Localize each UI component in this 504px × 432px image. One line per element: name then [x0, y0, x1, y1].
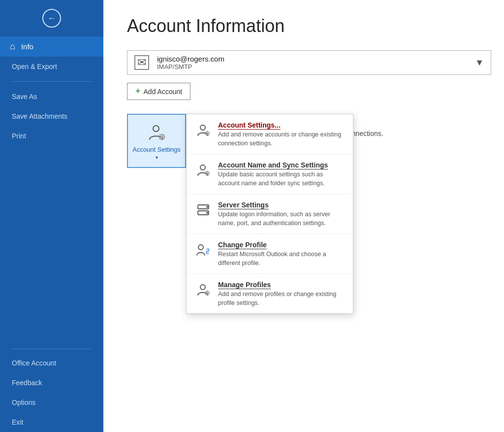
dmi-account-name-sync[interactable]: Account Name and Sync Settings Update ba… — [187, 154, 353, 194]
back-button[interactable]: ← — [42, 9, 61, 28]
svg-point-11 — [200, 125, 205, 130]
sidebar-item-save-as[interactable]: Save As — [0, 87, 103, 106]
account-settings-button[interactable]: Account Settings ▾ — [127, 114, 186, 168]
sidebar-info-label: Info — [21, 42, 33, 51]
svg-point-28 — [206, 212, 208, 214]
svg-point-20 — [207, 173, 208, 174]
dmi-account-settings[interactable]: Account Settings... Add and remove accou… — [187, 114, 353, 154]
sidebar-item-office-account[interactable]: Office Account — [0, 353, 103, 373]
svg-line-7 — [159, 134, 160, 135]
svg-point-18 — [200, 165, 205, 170]
svg-point-0 — [153, 126, 159, 132]
dmi-account-settings-desc: Add and remove accounts or change existi… — [218, 131, 344, 148]
sidebar: ← ⌂ Info Open & Export Save As Save Atta… — [0, 0, 103, 432]
sidebar-back-area: ← — [0, 0, 103, 36]
svg-point-27 — [206, 206, 208, 208]
main-content: Account Information ✉ ignisco@rogers.com… — [103, 0, 504, 432]
svg-line-10 — [159, 138, 160, 139]
svg-point-13 — [207, 133, 208, 134]
svg-point-30 — [200, 285, 205, 290]
dmi-account-name-sync-content: Account Name and Sync Settings Update ba… — [218, 161, 344, 188]
account-info: ignisco@rogers.com IMAP/SMTP — [157, 55, 470, 70]
add-account-button[interactable]: + Add Account — [127, 83, 190, 100]
sidebar-item-open-export[interactable]: Open & Export — [0, 57, 103, 76]
dmi-account-name-sync-title: Account Name and Sync Settings — [218, 161, 344, 169]
dmi-change-profile[interactable]: Change Profile Restart Microsoft Outlook… — [187, 234, 353, 274]
account-protocol: IMAP/SMTP — [157, 63, 470, 70]
dmi-manage-profiles-title: Manage Profiles — [218, 281, 344, 289]
svg-point-2 — [161, 136, 163, 138]
account-settings-card: Account Settings ▾ Account Settings Chan… — [127, 114, 480, 168]
sidebar-item-feedback[interactable]: Feedback — [0, 373, 103, 393]
sidebar-divider-1 — [12, 81, 92, 82]
account-settings-svg-icon — [146, 122, 167, 143]
plus-icon: + — [135, 86, 141, 97]
add-account-label: Add Account — [144, 88, 183, 96]
sidebar-item-print[interactable]: Print — [0, 126, 103, 146]
sidebar-item-save-attachments[interactable]: Save Attachments — [0, 106, 103, 126]
dmi-server-settings-desc: Update logon information, such as server… — [218, 210, 344, 228]
dmi-manage-profiles-desc: Add and remove profiles or change existi… — [218, 290, 344, 307]
sidebar-item-options[interactable]: Options — [0, 393, 103, 412]
dmi-change-profile-content: Change Profile Restart Microsoft Outlook… — [218, 241, 344, 267]
dmi-server-settings[interactable]: Server Settings Update logon information… — [187, 194, 353, 234]
sidebar-divider-2 — [12, 349, 92, 349]
account-settings-dropdown: Account Settings... Add and remove accou… — [186, 114, 353, 314]
sidebar-item-info[interactable]: ⌂ Info — [0, 36, 103, 57]
acc-settings-btn-label: Account Settings ▾ — [132, 146, 181, 161]
dropdown-arrow: ▾ — [156, 155, 158, 160]
dmi-account-settings-title: Account Settings... — [218, 121, 344, 129]
page-title: Account Information — [127, 16, 480, 36]
dmi-manage-profiles[interactable]: Manage Profiles Add and remove profiles … — [187, 274, 353, 313]
dmi-account-settings-content: Account Settings... Add and remove accou… — [218, 121, 344, 148]
chevron-down-icon: ▼ — [475, 58, 484, 68]
dmi-manage-profiles-icon — [195, 282, 211, 298]
dmi-change-profile-title: Change Profile — [218, 241, 344, 249]
sidebar-item-exit[interactable]: Exit — [0, 412, 103, 432]
home-icon: ⌂ — [10, 41, 15, 52]
dmi-account-settings-icon — [195, 122, 211, 138]
dmi-change-profile-desc: Restart Microsoft Outlook and choose a d… — [218, 250, 344, 267]
account-settings-icon-wrapper — [146, 122, 167, 143]
svg-point-32 — [207, 293, 208, 294]
svg-line-9 — [164, 134, 164, 135]
dmi-server-settings-title: Server Settings — [218, 201, 344, 209]
email-icon: ✉ — [134, 55, 149, 70]
svg-line-8 — [164, 138, 164, 139]
dmi-change-profile-icon — [195, 242, 211, 258]
svg-point-29 — [198, 245, 203, 250]
sidebar-bottom: Office Account Feedback Options Exit — [0, 345, 103, 432]
account-email: ignisco@rogers.com — [157, 55, 470, 63]
dmi-account-name-sync-desc: Update basic account settings such as ac… — [218, 170, 344, 188]
dmi-server-settings-icon — [195, 202, 211, 218]
account-selector[interactable]: ✉ ignisco@rogers.com IMAP/SMTP ▼ — [127, 50, 491, 75]
dmi-server-settings-content: Server Settings Update logon information… — [218, 201, 344, 228]
dmi-account-name-sync-icon — [195, 162, 211, 178]
dmi-manage-profiles-content: Manage Profiles Add and remove profiles … — [218, 281, 344, 307]
